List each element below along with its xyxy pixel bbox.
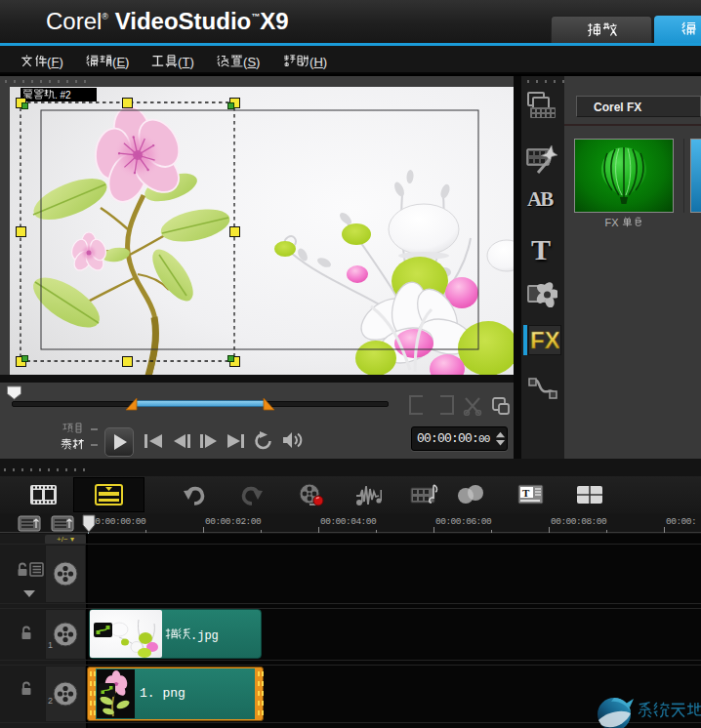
svg-text:T: T — [522, 487, 530, 499]
svg-text:FX: FX — [530, 328, 559, 352]
